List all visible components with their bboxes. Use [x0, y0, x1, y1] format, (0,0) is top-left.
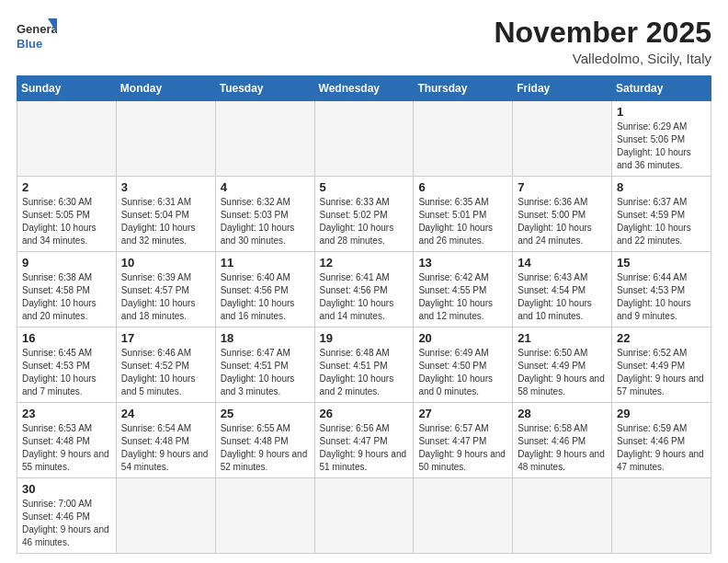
day-info: Sunrise: 6:47 AM Sunset: 4:51 PM Dayligh… [221, 347, 310, 398]
calendar-cell [414, 478, 513, 554]
calendar-cell: 25Sunrise: 6:55 AM Sunset: 4:48 PM Dayli… [215, 403, 314, 478]
calendar-cell: 15Sunrise: 6:44 AM Sunset: 4:53 PM Dayli… [612, 252, 711, 327]
weekday-header-tuesday: Tuesday [215, 76, 314, 101]
calendar-cell [116, 478, 215, 554]
day-number: 15 [617, 256, 706, 270]
calendar-cell [414, 101, 513, 177]
day-number: 11 [221, 256, 310, 270]
day-number: 2 [22, 180, 111, 194]
page: General Blue November 2025 Valledolmo, S… [0, 0, 728, 563]
day-number: 26 [320, 407, 409, 420]
day-number: 12 [320, 256, 409, 270]
header: General Blue November 2025 Valledolmo, S… [17, 17, 711, 66]
calendar-cell [513, 478, 612, 554]
weekday-header-wednesday: Wednesday [314, 76, 414, 101]
day-info: Sunrise: 6:36 AM Sunset: 5:00 PM Dayligh… [518, 196, 607, 247]
day-number: 13 [418, 256, 507, 270]
calendar-cell: 20Sunrise: 6:49 AM Sunset: 4:50 PM Dayli… [414, 327, 513, 403]
day-number: 25 [221, 407, 310, 420]
calendar-cell: 4Sunrise: 6:32 AM Sunset: 5:03 PM Daylig… [215, 177, 314, 252]
day-info: Sunrise: 6:37 AM Sunset: 4:59 PM Dayligh… [617, 196, 706, 247]
calendar-cell [314, 101, 414, 177]
day-number: 18 [221, 331, 310, 345]
day-number: 14 [518, 256, 607, 270]
day-info: Sunrise: 6:53 AM Sunset: 4:48 PM Dayligh… [22, 422, 111, 474]
calendar-cell: 6Sunrise: 6:35 AM Sunset: 5:01 PM Daylig… [414, 177, 513, 252]
calendar-cell: 28Sunrise: 6:58 AM Sunset: 4:46 PM Dayli… [513, 403, 612, 478]
calendar-cell [513, 101, 612, 177]
calendar-cell: 18Sunrise: 6:47 AM Sunset: 4:51 PM Dayli… [215, 327, 314, 403]
calendar-cell: 2Sunrise: 6:30 AM Sunset: 5:05 PM Daylig… [17, 177, 117, 252]
day-info: Sunrise: 6:48 AM Sunset: 4:51 PM Dayligh… [320, 347, 409, 398]
day-number: 19 [320, 331, 409, 345]
day-number: 8 [617, 180, 706, 194]
day-info: Sunrise: 6:38 AM Sunset: 4:58 PM Dayligh… [22, 271, 111, 323]
week-row-0: 1Sunrise: 6:29 AM Sunset: 5:06 PM Daylig… [17, 101, 711, 177]
day-number: 22 [617, 331, 706, 345]
day-number: 28 [518, 407, 607, 420]
calendar-cell: 22Sunrise: 6:52 AM Sunset: 4:49 PM Dayli… [612, 327, 711, 403]
day-number: 4 [221, 180, 310, 194]
day-info: Sunrise: 6:52 AM Sunset: 4:49 PM Dayligh… [617, 347, 706, 398]
week-row-1: 2Sunrise: 6:30 AM Sunset: 5:05 PM Daylig… [17, 177, 711, 252]
month-title: November 2025 [494, 17, 711, 49]
day-info: Sunrise: 6:43 AM Sunset: 4:54 PM Dayligh… [518, 271, 607, 323]
calendar-cell: 19Sunrise: 6:48 AM Sunset: 4:51 PM Dayli… [314, 327, 414, 403]
day-number: 9 [22, 256, 111, 270]
location-title: Valledolmo, Sicily, Italy [494, 51, 711, 66]
day-info: Sunrise: 6:58 AM Sunset: 4:46 PM Dayligh… [518, 422, 607, 474]
calendar-cell [215, 101, 314, 177]
calendar-cell: 29Sunrise: 6:59 AM Sunset: 4:46 PM Dayli… [612, 403, 711, 478]
day-number: 17 [121, 331, 210, 345]
calendar-cell [215, 478, 314, 554]
day-number: 29 [617, 407, 706, 420]
logo: General Blue [17, 17, 57, 57]
day-info: Sunrise: 6:59 AM Sunset: 4:46 PM Dayligh… [617, 422, 706, 474]
day-info: Sunrise: 6:46 AM Sunset: 4:52 PM Dayligh… [121, 347, 210, 398]
calendar-cell: 26Sunrise: 6:56 AM Sunset: 4:47 PM Dayli… [314, 403, 414, 478]
calendar-cell: 21Sunrise: 6:50 AM Sunset: 4:49 PM Dayli… [513, 327, 612, 403]
day-info: Sunrise: 6:55 AM Sunset: 4:48 PM Dayligh… [221, 422, 310, 474]
weekday-header-sunday: Sunday [17, 76, 117, 101]
calendar-cell [116, 101, 215, 177]
day-info: Sunrise: 6:31 AM Sunset: 5:04 PM Dayligh… [121, 196, 210, 247]
day-info: Sunrise: 6:29 AM Sunset: 5:06 PM Dayligh… [617, 121, 706, 172]
day-info: Sunrise: 6:45 AM Sunset: 4:53 PM Dayligh… [22, 347, 111, 398]
day-number: 23 [22, 407, 111, 420]
calendar-cell: 23Sunrise: 6:53 AM Sunset: 4:48 PM Dayli… [17, 403, 117, 478]
day-info: Sunrise: 6:32 AM Sunset: 5:03 PM Dayligh… [221, 196, 310, 247]
logo-svg: General Blue [17, 17, 57, 57]
calendar-cell: 11Sunrise: 6:40 AM Sunset: 4:56 PM Dayli… [215, 252, 314, 327]
day-number: 20 [418, 331, 507, 345]
week-row-3: 16Sunrise: 6:45 AM Sunset: 4:53 PM Dayli… [17, 327, 711, 403]
day-info: Sunrise: 6:40 AM Sunset: 4:56 PM Dayligh… [221, 271, 310, 323]
calendar-cell: 9Sunrise: 6:38 AM Sunset: 4:58 PM Daylig… [17, 252, 117, 327]
calendar-cell: 5Sunrise: 6:33 AM Sunset: 5:02 PM Daylig… [314, 177, 414, 252]
calendar-cell: 10Sunrise: 6:39 AM Sunset: 4:57 PM Dayli… [116, 252, 215, 327]
day-info: Sunrise: 6:54 AM Sunset: 4:48 PM Dayligh… [121, 422, 210, 474]
day-number: 27 [418, 407, 507, 420]
day-info: Sunrise: 6:33 AM Sunset: 5:02 PM Dayligh… [320, 196, 409, 247]
weekday-header-row: SundayMondayTuesdayWednesdayThursdayFrid… [17, 76, 711, 101]
day-info: Sunrise: 6:57 AM Sunset: 4:47 PM Dayligh… [418, 422, 507, 474]
calendar-cell: 1Sunrise: 6:29 AM Sunset: 5:06 PM Daylig… [612, 101, 711, 177]
day-number: 7 [518, 180, 607, 194]
day-info: Sunrise: 6:56 AM Sunset: 4:47 PM Dayligh… [320, 422, 409, 474]
week-row-4: 23Sunrise: 6:53 AM Sunset: 4:48 PM Dayli… [17, 403, 711, 478]
day-info: Sunrise: 6:30 AM Sunset: 5:05 PM Dayligh… [22, 196, 111, 247]
day-info: Sunrise: 6:42 AM Sunset: 4:55 PM Dayligh… [418, 271, 507, 323]
calendar-cell [17, 101, 117, 177]
svg-text:Blue: Blue [17, 37, 42, 51]
week-row-2: 9Sunrise: 6:38 AM Sunset: 4:58 PM Daylig… [17, 252, 711, 327]
calendar-cell: 3Sunrise: 6:31 AM Sunset: 5:04 PM Daylig… [116, 177, 215, 252]
calendar-cell: 7Sunrise: 6:36 AM Sunset: 5:00 PM Daylig… [513, 177, 612, 252]
calendar-cell [314, 478, 414, 554]
week-row-5: 30Sunrise: 7:00 AM Sunset: 4:46 PM Dayli… [17, 478, 711, 554]
calendar-cell: 27Sunrise: 6:57 AM Sunset: 4:47 PM Dayli… [414, 403, 513, 478]
day-info: Sunrise: 6:49 AM Sunset: 4:50 PM Dayligh… [418, 347, 507, 398]
calendar-cell: 13Sunrise: 6:42 AM Sunset: 4:55 PM Dayli… [414, 252, 513, 327]
day-number: 5 [320, 180, 409, 194]
calendar-cell: 12Sunrise: 6:41 AM Sunset: 4:56 PM Dayli… [314, 252, 414, 327]
day-info: Sunrise: 6:50 AM Sunset: 4:49 PM Dayligh… [518, 347, 607, 398]
day-info: Sunrise: 6:41 AM Sunset: 4:56 PM Dayligh… [320, 271, 409, 323]
